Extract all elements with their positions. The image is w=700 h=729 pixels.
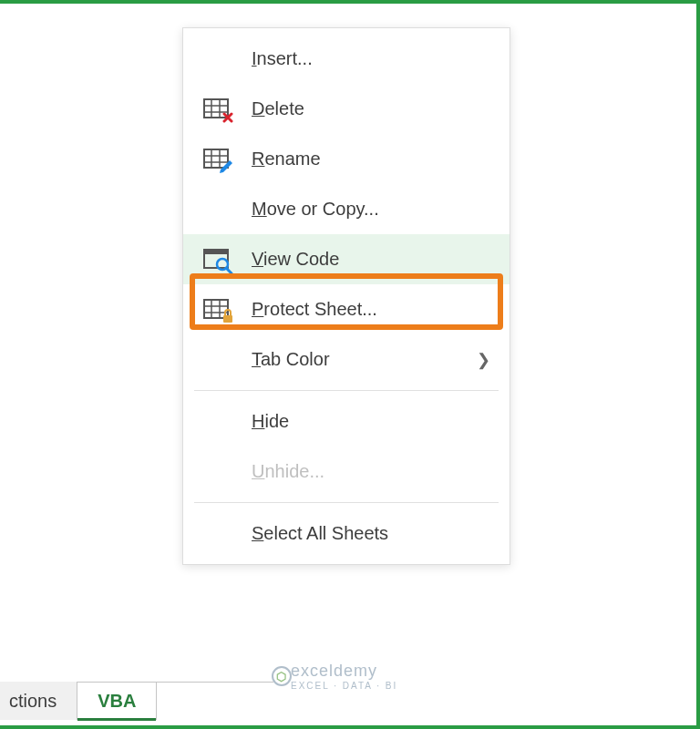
- watermark: ⬡ exceldemy EXCEL · DATA · BI: [272, 662, 397, 691]
- protect-sheet-icon: [197, 292, 238, 328]
- svg-rect-19: [223, 315, 232, 323]
- menu-tab-color[interactable]: Tab Color ❯: [183, 334, 510, 385]
- delete-icon: [197, 91, 238, 128]
- insert-icon: [197, 41, 238, 77]
- select-all-icon: [197, 516, 238, 552]
- sheet-context-menu: Insert... Delete Renam: [182, 27, 510, 565]
- svg-rect-11: [204, 250, 228, 254]
- watermark-sub: EXCEL · DATA · BI: [291, 681, 397, 691]
- menu-label: Delete: [238, 98, 496, 119]
- menu-label: Move or Copy...: [238, 199, 496, 220]
- menu-view-code[interactable]: View Code: [183, 234, 510, 284]
- svg-line-13: [226, 268, 232, 273]
- menu-label: Protect Sheet...: [238, 299, 496, 320]
- menu-protect-sheet[interactable]: Protect Sheet...: [183, 284, 510, 334]
- rename-icon: [197, 141, 238, 178]
- tab-color-icon: [197, 342, 238, 378]
- sheet-tabs: ctions VBA: [0, 682, 273, 720]
- menu-hide[interactable]: Hide: [183, 396, 510, 447]
- menu-label: View Code: [238, 249, 496, 270]
- menu-move-or-copy[interactable]: Move or Copy...: [183, 184, 510, 234]
- menu-select-all-sheets[interactable]: Select All Sheets: [183, 508, 510, 559]
- view-code-icon: [197, 241, 238, 278]
- hide-icon: [197, 404, 238, 440]
- menu-label: Unhide...: [238, 461, 496, 482]
- menu-label: Tab Color: [238, 349, 477, 370]
- menu-separator: [194, 390, 499, 391]
- menu-unhide: Unhide...: [183, 447, 510, 497]
- watermark-icon: ⬡: [272, 666, 292, 686]
- svg-rect-5: [204, 149, 228, 168]
- menu-label: Hide: [238, 411, 496, 432]
- chevron-right-icon: ❯: [477, 350, 496, 370]
- move-or-copy-icon: [197, 191, 238, 228]
- menu-label: Select All Sheets: [238, 523, 496, 544]
- menu-delete[interactable]: Delete: [183, 84, 510, 134]
- menu-separator: [194, 502, 499, 503]
- sheet-tab-partial[interactable]: ctions: [0, 682, 77, 720]
- menu-insert[interactable]: Insert...: [183, 34, 510, 84]
- menu-label: Rename: [238, 149, 496, 169]
- sheet-tab-vba[interactable]: VBA: [77, 682, 157, 720]
- unhide-icon: [197, 454, 238, 490]
- menu-rename[interactable]: Rename: [183, 134, 510, 184]
- menu-label: Insert...: [238, 48, 496, 69]
- watermark-text: exceldemy: [291, 662, 397, 681]
